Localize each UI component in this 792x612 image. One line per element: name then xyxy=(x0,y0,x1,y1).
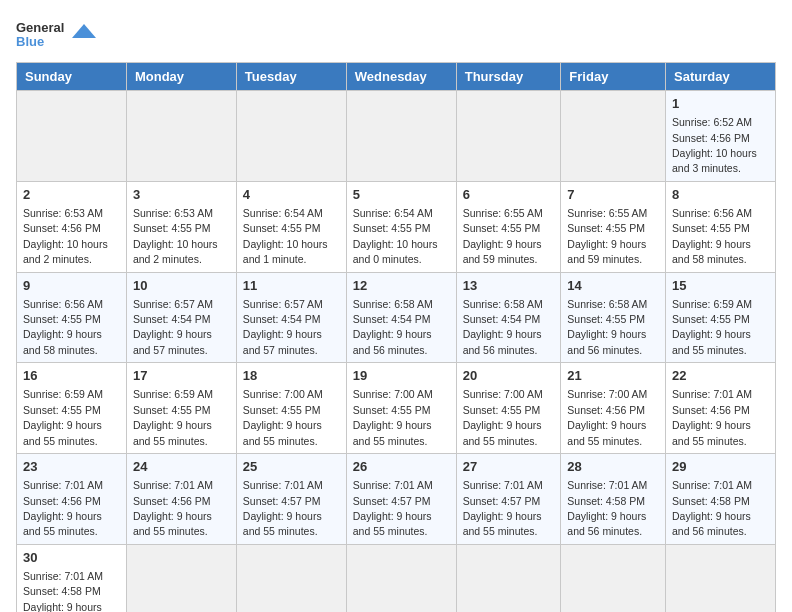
calendar-day-cell: 4Sunrise: 6:54 AM Sunset: 4:55 PM Daylig… xyxy=(236,181,346,272)
day-number: 2 xyxy=(23,186,120,204)
day-number: 22 xyxy=(672,367,769,385)
day-info: Sunrise: 7:00 AM Sunset: 4:56 PM Dayligh… xyxy=(567,388,647,446)
weekday-header-sunday: Sunday xyxy=(17,63,127,91)
weekday-header-saturday: Saturday xyxy=(666,63,776,91)
calendar-day-cell: 8Sunrise: 6:56 AM Sunset: 4:55 PM Daylig… xyxy=(666,181,776,272)
weekday-header-thursday: Thursday xyxy=(456,63,561,91)
day-number: 13 xyxy=(463,277,555,295)
day-number: 26 xyxy=(353,458,450,476)
day-number: 30 xyxy=(23,549,120,567)
calendar-day-cell: 17Sunrise: 6:59 AM Sunset: 4:55 PM Dayli… xyxy=(126,363,236,454)
logo-svg: General Blue xyxy=(16,16,106,54)
page-header: General Blue xyxy=(16,16,776,54)
calendar-week-row: 16Sunrise: 6:59 AM Sunset: 4:55 PM Dayli… xyxy=(17,363,776,454)
calendar-day-cell: 1Sunrise: 6:52 AM Sunset: 4:56 PM Daylig… xyxy=(666,91,776,182)
calendar-day-cell: 22Sunrise: 7:01 AM Sunset: 4:56 PM Dayli… xyxy=(666,363,776,454)
calendar-day-cell xyxy=(236,544,346,612)
day-info: Sunrise: 6:54 AM Sunset: 4:55 PM Dayligh… xyxy=(353,207,438,265)
day-info: Sunrise: 6:53 AM Sunset: 4:55 PM Dayligh… xyxy=(133,207,218,265)
day-info: Sunrise: 6:59 AM Sunset: 4:55 PM Dayligh… xyxy=(133,388,213,446)
day-number: 18 xyxy=(243,367,340,385)
day-info: Sunrise: 7:01 AM Sunset: 4:58 PM Dayligh… xyxy=(672,479,752,537)
day-info: Sunrise: 6:57 AM Sunset: 4:54 PM Dayligh… xyxy=(243,298,323,356)
day-info: Sunrise: 6:56 AM Sunset: 4:55 PM Dayligh… xyxy=(23,298,103,356)
day-number: 29 xyxy=(672,458,769,476)
calendar-day-cell: 18Sunrise: 7:00 AM Sunset: 4:55 PM Dayli… xyxy=(236,363,346,454)
day-info: Sunrise: 6:59 AM Sunset: 4:55 PM Dayligh… xyxy=(672,298,752,356)
day-info: Sunrise: 6:58 AM Sunset: 4:54 PM Dayligh… xyxy=(463,298,543,356)
day-info: Sunrise: 7:01 AM Sunset: 4:56 PM Dayligh… xyxy=(672,388,752,446)
calendar-day-cell: 9Sunrise: 6:56 AM Sunset: 4:55 PM Daylig… xyxy=(17,272,127,363)
day-number: 4 xyxy=(243,186,340,204)
day-info: Sunrise: 7:00 AM Sunset: 4:55 PM Dayligh… xyxy=(353,388,433,446)
weekday-header-friday: Friday xyxy=(561,63,666,91)
day-info: Sunrise: 7:01 AM Sunset: 4:57 PM Dayligh… xyxy=(463,479,543,537)
day-number: 14 xyxy=(567,277,659,295)
weekday-header-tuesday: Tuesday xyxy=(236,63,346,91)
calendar-day-cell: 28Sunrise: 7:01 AM Sunset: 4:58 PM Dayli… xyxy=(561,454,666,545)
logo: General Blue xyxy=(16,16,106,54)
day-number: 3 xyxy=(133,186,230,204)
calendar-day-cell xyxy=(236,91,346,182)
day-info: Sunrise: 6:59 AM Sunset: 4:55 PM Dayligh… xyxy=(23,388,103,446)
calendar-header: SundayMondayTuesdayWednesdayThursdayFrid… xyxy=(17,63,776,91)
day-number: 5 xyxy=(353,186,450,204)
day-info: Sunrise: 7:01 AM Sunset: 4:56 PM Dayligh… xyxy=(133,479,213,537)
calendar-day-cell: 6Sunrise: 6:55 AM Sunset: 4:55 PM Daylig… xyxy=(456,181,561,272)
day-info: Sunrise: 7:00 AM Sunset: 4:55 PM Dayligh… xyxy=(463,388,543,446)
calendar-day-cell xyxy=(126,91,236,182)
day-info: Sunrise: 6:54 AM Sunset: 4:55 PM Dayligh… xyxy=(243,207,328,265)
calendar-day-cell: 16Sunrise: 6:59 AM Sunset: 4:55 PM Dayli… xyxy=(17,363,127,454)
calendar-table: SundayMondayTuesdayWednesdayThursdayFrid… xyxy=(16,62,776,612)
day-info: Sunrise: 6:55 AM Sunset: 4:55 PM Dayligh… xyxy=(567,207,647,265)
day-info: Sunrise: 7:01 AM Sunset: 4:58 PM Dayligh… xyxy=(23,570,103,612)
calendar-day-cell xyxy=(17,91,127,182)
day-number: 17 xyxy=(133,367,230,385)
calendar-day-cell: 30Sunrise: 7:01 AM Sunset: 4:58 PM Dayli… xyxy=(17,544,127,612)
day-info: Sunrise: 7:00 AM Sunset: 4:55 PM Dayligh… xyxy=(243,388,323,446)
calendar-week-row: 23Sunrise: 7:01 AM Sunset: 4:56 PM Dayli… xyxy=(17,454,776,545)
calendar-day-cell: 24Sunrise: 7:01 AM Sunset: 4:56 PM Dayli… xyxy=(126,454,236,545)
day-number: 23 xyxy=(23,458,120,476)
calendar-day-cell xyxy=(456,91,561,182)
day-number: 20 xyxy=(463,367,555,385)
calendar-day-cell: 2Sunrise: 6:53 AM Sunset: 4:56 PM Daylig… xyxy=(17,181,127,272)
calendar-week-row: 1Sunrise: 6:52 AM Sunset: 4:56 PM Daylig… xyxy=(17,91,776,182)
day-number: 12 xyxy=(353,277,450,295)
day-number: 28 xyxy=(567,458,659,476)
svg-marker-2 xyxy=(72,24,96,38)
day-number: 6 xyxy=(463,186,555,204)
weekday-header-row: SundayMondayTuesdayWednesdayThursdayFrid… xyxy=(17,63,776,91)
calendar-body: 1Sunrise: 6:52 AM Sunset: 4:56 PM Daylig… xyxy=(17,91,776,613)
day-info: Sunrise: 6:53 AM Sunset: 4:56 PM Dayligh… xyxy=(23,207,108,265)
calendar-day-cell: 13Sunrise: 6:58 AM Sunset: 4:54 PM Dayli… xyxy=(456,272,561,363)
calendar-day-cell: 7Sunrise: 6:55 AM Sunset: 4:55 PM Daylig… xyxy=(561,181,666,272)
day-info: Sunrise: 7:01 AM Sunset: 4:58 PM Dayligh… xyxy=(567,479,647,537)
calendar-day-cell: 25Sunrise: 7:01 AM Sunset: 4:57 PM Dayli… xyxy=(236,454,346,545)
day-number: 11 xyxy=(243,277,340,295)
calendar-day-cell: 15Sunrise: 6:59 AM Sunset: 4:55 PM Dayli… xyxy=(666,272,776,363)
calendar-day-cell: 26Sunrise: 7:01 AM Sunset: 4:57 PM Dayli… xyxy=(346,454,456,545)
day-number: 8 xyxy=(672,186,769,204)
calendar-day-cell: 19Sunrise: 7:00 AM Sunset: 4:55 PM Dayli… xyxy=(346,363,456,454)
weekday-header-monday: Monday xyxy=(126,63,236,91)
day-info: Sunrise: 6:58 AM Sunset: 4:54 PM Dayligh… xyxy=(353,298,433,356)
calendar-day-cell xyxy=(456,544,561,612)
calendar-day-cell xyxy=(126,544,236,612)
day-number: 9 xyxy=(23,277,120,295)
day-info: Sunrise: 6:52 AM Sunset: 4:56 PM Dayligh… xyxy=(672,116,757,174)
day-info: Sunrise: 6:56 AM Sunset: 4:55 PM Dayligh… xyxy=(672,207,752,265)
calendar-day-cell xyxy=(346,91,456,182)
day-number: 19 xyxy=(353,367,450,385)
svg-text:Blue: Blue xyxy=(16,34,44,49)
day-info: Sunrise: 6:57 AM Sunset: 4:54 PM Dayligh… xyxy=(133,298,213,356)
calendar-week-row: 9Sunrise: 6:56 AM Sunset: 4:55 PM Daylig… xyxy=(17,272,776,363)
calendar-day-cell: 21Sunrise: 7:00 AM Sunset: 4:56 PM Dayli… xyxy=(561,363,666,454)
calendar-day-cell: 5Sunrise: 6:54 AM Sunset: 4:55 PM Daylig… xyxy=(346,181,456,272)
calendar-day-cell: 11Sunrise: 6:57 AM Sunset: 4:54 PM Dayli… xyxy=(236,272,346,363)
calendar-day-cell: 27Sunrise: 7:01 AM Sunset: 4:57 PM Dayli… xyxy=(456,454,561,545)
calendar-day-cell: 23Sunrise: 7:01 AM Sunset: 4:56 PM Dayli… xyxy=(17,454,127,545)
calendar-day-cell: 14Sunrise: 6:58 AM Sunset: 4:55 PM Dayli… xyxy=(561,272,666,363)
day-info: Sunrise: 6:58 AM Sunset: 4:55 PM Dayligh… xyxy=(567,298,647,356)
weekday-header-wednesday: Wednesday xyxy=(346,63,456,91)
